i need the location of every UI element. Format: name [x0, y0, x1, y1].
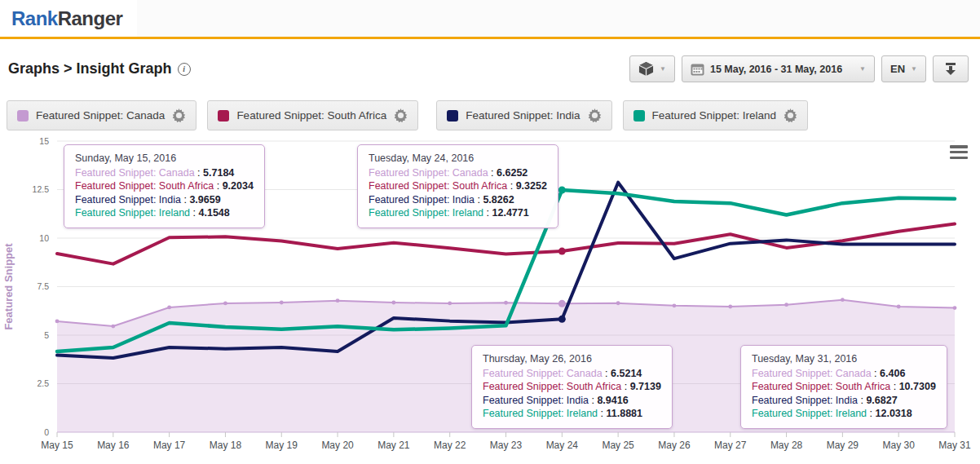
tooltip-date: Thursday, May 26, 2016: [483, 352, 661, 366]
chevron-down-icon: ▼: [859, 65, 866, 73]
tooltip-value: 8.9416: [597, 395, 628, 406]
legend-chip-south-africa[interactable]: Featured Snippet: South Africa: [207, 100, 418, 130]
chart-tooltip: Tuesday, May 31, 2016 Featured Snippet: …: [740, 345, 947, 429]
svg-text:Featured Snippet: Featured Snippet: [2, 243, 15, 330]
logo-text: RankRanger: [11, 7, 122, 30]
breadcrumb: Graphs > Insight Graph i: [8, 60, 191, 77]
svg-text:May 28: May 28: [770, 440, 803, 451]
tooltip-row: Featured Snippet: Canada : 6.406: [752, 367, 936, 381]
language-selector-button[interactable]: EN ▼: [881, 55, 926, 82]
tooltip-value: 9.7139: [630, 381, 661, 392]
tooltip-row: Featured Snippet: Canada : 6.6252: [369, 166, 547, 180]
tooltip-row: Featured Snippet: South Africa : 9.3252: [369, 179, 547, 193]
gear-icon[interactable]: [784, 108, 797, 122]
tooltip-value: 9.3252: [516, 180, 547, 192]
svg-text:May 30: May 30: [883, 440, 916, 451]
tooltip-value: 4.1548: [199, 207, 230, 219]
chart-tooltip: Thursday, May 26, 2016 Featured Snippet:…: [471, 345, 673, 429]
tooltip-date: Sunday, May 15, 2016: [75, 152, 254, 166]
tooltip-value: 12.4771: [492, 207, 529, 219]
logo-rank: Rank: [11, 7, 58, 29]
svg-text:May 31: May 31: [938, 440, 971, 451]
gear-icon[interactable]: [588, 108, 602, 122]
svg-text:May 26: May 26: [658, 440, 691, 451]
tooltip-value: 6.5214: [611, 368, 642, 379]
download-icon: [944, 62, 957, 76]
series-color-swatch: [17, 110, 29, 122]
svg-text:May 29: May 29: [827, 440, 859, 451]
svg-text:May 15: May 15: [41, 440, 73, 451]
series-color-swatch: [447, 110, 458, 122]
tooltip-value: 11.8881: [607, 408, 643, 419]
svg-text:May 21: May 21: [377, 440, 410, 451]
legend-label: Featured Snippet: Canada: [36, 109, 165, 122]
chart-tooltip: Tuesday, May 24, 2016 Featured Snippet: …: [357, 144, 558, 228]
toolbar-controls: ▼ 15 May, 2016 - 31 May, 2016 ▼ EN ▼: [629, 55, 969, 82]
svg-text:5: 5: [44, 330, 49, 340]
legend-label: Featured Snippet: South Africa: [236, 109, 386, 122]
svg-text:10: 10: [39, 233, 49, 243]
chevron-down-icon: ▼: [660, 65, 666, 73]
download-button[interactable]: [933, 55, 969, 82]
logo-ranger: Ranger: [58, 7, 123, 29]
insight-chart[interactable]: 02.557.51012.515May 15May 16May 17May 18…: [0, 135, 980, 453]
title-row: Graphs > Insight Graph i ▼ 15 May, 2016 …: [0, 39, 980, 94]
svg-text:May 16: May 16: [97, 440, 130, 451]
tooltip-value: 9.6827: [866, 395, 897, 406]
calendar-icon: [691, 63, 704, 76]
app-header: RankRanger: [0, 0, 980, 39]
svg-text:0: 0: [44, 427, 49, 437]
chart-tooltip: Sunday, May 15, 2016 Featured Snippet: C…: [64, 144, 265, 228]
svg-text:May 25: May 25: [602, 440, 634, 451]
svg-text:15: 15: [39, 136, 49, 146]
svg-text:12.5: 12.5: [33, 184, 50, 194]
legend-chip-india[interactable]: Featured Snippet: India: [436, 100, 611, 130]
info-icon[interactable]: i: [178, 63, 191, 76]
date-range-button[interactable]: 15 May, 2016 - 31 May, 2016 ▼: [682, 55, 875, 82]
svg-text:7.5: 7.5: [37, 281, 49, 291]
legend-row: Featured Snippet: Canada Featured Snippe…: [0, 94, 980, 130]
chevron-down-icon: ▼: [911, 65, 917, 73]
gear-icon[interactable]: [394, 108, 408, 122]
svg-text:2.5: 2.5: [37, 378, 49, 388]
tooltip-row: Featured Snippet: South Africa : 9.7139: [483, 380, 661, 394]
gear-icon[interactable]: [172, 108, 186, 122]
svg-text:May 20: May 20: [321, 440, 354, 451]
tooltip-row: Featured Snippet: Canada : 5.7184: [75, 166, 254, 180]
tooltip-row: Featured Snippet: India : 9.6827: [752, 394, 936, 408]
svg-text:May 27: May 27: [714, 440, 747, 451]
tooltip-row: Featured Snippet: Ireland : 12.0318: [752, 407, 936, 421]
tooltip-value: 5.7184: [203, 167, 234, 179]
campaign-selector-button[interactable]: ▼: [629, 55, 675, 82]
tooltip-row: Featured Snippet: Ireland : 12.4771: [369, 206, 547, 220]
tooltip-value: 5.8262: [483, 194, 514, 205]
cube-icon: [638, 61, 654, 77]
tooltip-row: Featured Snippet: India : 3.9659: [75, 193, 254, 207]
tooltip-row: Featured Snippet: Ireland : 4.1548: [75, 206, 254, 220]
tooltip-date: Tuesday, May 24, 2016: [369, 152, 547, 166]
tooltip-value: 10.7309: [899, 381, 936, 392]
tooltip-row: Featured Snippet: South Africa : 9.2034: [75, 179, 254, 193]
date-range-label: 15 May, 2016 - 31 May, 2016: [710, 64, 842, 75]
legend-label: Featured Snippet: Ireland: [652, 109, 776, 122]
language-label: EN: [890, 63, 905, 75]
svg-text:May 22: May 22: [434, 440, 466, 451]
tooltip-value: 3.9659: [189, 194, 220, 205]
svg-text:May 24: May 24: [546, 440, 579, 451]
chart-menu-icon[interactable]: [950, 145, 968, 159]
tooltip-row: Featured Snippet: South Africa : 10.7309: [752, 380, 936, 394]
tooltip-value: 6.6252: [497, 167, 528, 179]
svg-text:May 18: May 18: [210, 440, 242, 451]
tooltip-row: Featured Snippet: India : 5.8262: [369, 193, 547, 207]
tooltip-value: 9.2034: [223, 180, 254, 192]
svg-text:May 17: May 17: [153, 440, 186, 451]
page-title-text: Graphs > Insight Graph: [8, 60, 172, 77]
legend-chip-ireland[interactable]: Featured Snippet: Ireland: [623, 100, 808, 130]
logo[interactable]: RankRanger: [0, 0, 137, 37]
tooltip-value: 12.0318: [876, 408, 912, 419]
legend-chip-canada[interactable]: Featured Snippet: Canada: [7, 100, 196, 130]
tooltip-row: Featured Snippet: Ireland : 11.8881: [483, 407, 661, 421]
series-color-swatch: [218, 110, 229, 122]
tooltip-date: Tuesday, May 31, 2016: [752, 352, 936, 366]
series-color-swatch: [633, 110, 645, 122]
